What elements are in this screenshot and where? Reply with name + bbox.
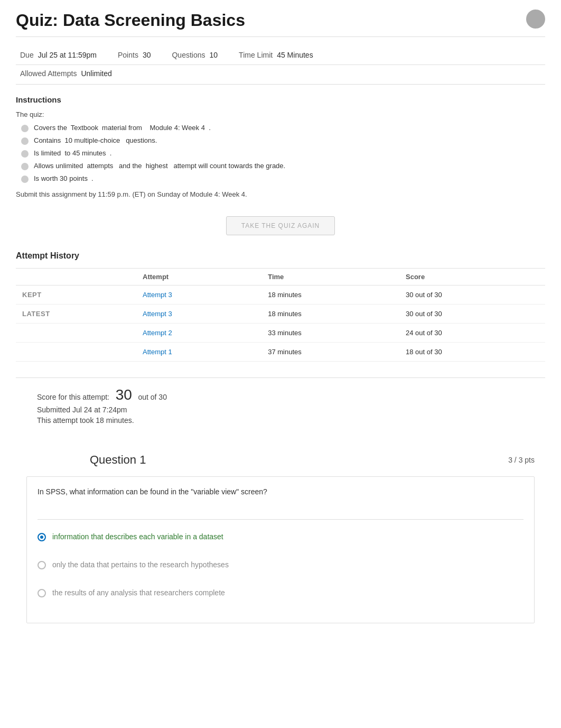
user-avatar (526, 10, 545, 29)
allowed-attempts-label: Allowed Attempts (20, 69, 77, 78)
list-item: Allows unlimited attempts and the highes… (21, 162, 545, 170)
time-limit-info: Time Limit 45 Minutes (239, 51, 313, 59)
question-body: In SPSS, what information can be found i… (26, 476, 535, 623)
row-attempt[interactable]: Attempt 1 (136, 343, 261, 362)
attempt-table: Attempt Time Score KEPTAttempt 318 minut… (16, 268, 545, 362)
table-header-row: Attempt Time Score (16, 269, 545, 285)
question-title: Question 1 (90, 453, 146, 467)
row-attempt[interactable]: Attempt 3 (136, 305, 261, 324)
answer-text-muted: only the data that pertains to the resea… (52, 560, 229, 569)
answer-text-correct: information that describes each variable… (52, 532, 223, 541)
row-label (16, 343, 136, 362)
points-label: Points (118, 51, 138, 59)
due-info: Due Jul 25 at 11:59pm (20, 51, 97, 59)
list-item: Covers the Textbook material from Module… (21, 124, 545, 132)
points-value: 30 (143, 51, 151, 59)
attempt-history-title: Attempt History (16, 251, 545, 261)
attempt-history-section: Attempt History Attempt Time Score KEPTA… (16, 251, 545, 362)
question-header: Question 1 3 / 3 pts (16, 448, 545, 472)
bullet-icon (21, 150, 29, 158)
list-item: Is limited to 45 minutes . (21, 149, 545, 158)
bullet-text: Contains 10 multiple-choice questions. (34, 136, 157, 144)
row-time: 18 minutes (261, 305, 399, 324)
col-header-attempt: Attempt (136, 269, 261, 285)
bullet-text: Is limited to 45 minutes . (34, 149, 111, 157)
questions-label: Questions (172, 51, 205, 59)
take-quiz-btn-wrap: TAKE THE QUIZ AGAIN (16, 216, 545, 235)
instructions-section: Instructions The quiz: Covers the Textbo… (16, 85, 545, 216)
duration-line: This attempt took 18 minutes. (37, 416, 535, 425)
time-limit-label: Time Limit (239, 51, 273, 59)
due-value: Jul 25 at 11:59pm (38, 51, 97, 59)
allowed-attempts-value: Unlimited (81, 69, 111, 78)
radio-selected (38, 533, 46, 541)
row-score: 30 out of 30 (399, 305, 545, 324)
answer-option-3: the results of any analysis that researc… (38, 584, 523, 602)
list-item: Is worth 30 points . (21, 174, 545, 183)
submit-note: Submit this assignment by 11:59 p.m. (ET… (16, 190, 545, 198)
row-score: 30 out of 30 (399, 285, 545, 305)
bullet-icon (21, 137, 29, 145)
question-text: In SPSS, what information can be found i… (38, 487, 523, 504)
meta-row-1: Due Jul 25 at 11:59pm Points 30 Question… (16, 45, 545, 65)
table-row: KEPTAttempt 318 minutes30 out of 30 (16, 285, 545, 305)
row-time: 33 minutes (261, 324, 399, 343)
row-label: LATEST (16, 305, 136, 324)
radio-unselected (38, 589, 46, 597)
radio-unselected (38, 561, 46, 569)
row-score: 18 out of 30 (399, 343, 545, 362)
col-header-time: Time (261, 269, 399, 285)
row-time: 37 minutes (261, 343, 399, 362)
list-item: Contains 10 multiple-choice questions. (21, 136, 545, 145)
row-time: 18 minutes (261, 285, 399, 305)
col-header-score: Score (399, 269, 545, 285)
answer-option-2: only the data that pertains to the resea… (38, 556, 523, 574)
score-number: 30 (116, 386, 132, 403)
bullet-icon (21, 176, 29, 183)
take-quiz-button[interactable]: TAKE THE QUIZ AGAIN (226, 216, 335, 235)
row-attempt[interactable]: Attempt 2 (136, 324, 261, 343)
table-row: Attempt 233 minutes24 out of 30 (16, 324, 545, 343)
questions-info: Questions 10 (172, 51, 218, 59)
score-line: Score for this attempt: 30 out of 30 (37, 386, 535, 403)
row-score: 24 out of 30 (399, 324, 545, 343)
table-row: Attempt 137 minutes18 out of 30 (16, 343, 545, 362)
submitted-line: Submitted Jul 24 at 7:24pm (37, 406, 535, 414)
instructions-title: Instructions (16, 95, 545, 104)
question-pts: 3 / 3 pts (508, 456, 535, 464)
row-attempt[interactable]: Attempt 3 (136, 285, 261, 305)
time-limit-value: 45 Minutes (277, 51, 313, 59)
bullet-text: Is worth 30 points . (34, 174, 94, 182)
score-suffix: out of 30 (138, 393, 167, 401)
question-block: Question 1 3 / 3 pts In SPSS, what infor… (16, 448, 545, 623)
meta-row-2: Allowed Attempts Unlimited (16, 65, 545, 85)
bullet-text: Covers the Textbook material from Module… (34, 124, 211, 132)
score-section: Score for this attempt: 30 out of 30 Sub… (16, 377, 545, 437)
score-label: Score for this attempt: (37, 393, 109, 401)
col-header-label (16, 269, 136, 285)
quiz-title: Quiz: Data Screening Basics (16, 11, 545, 37)
due-label: Due (20, 51, 34, 59)
row-label: KEPT (16, 285, 136, 305)
bullet-icon (21, 125, 29, 132)
bullet-list: Covers the Textbook material from Module… (16, 124, 545, 183)
quiz-intro: The quiz: (16, 110, 545, 118)
questions-value: 10 (210, 51, 218, 59)
bullet-icon (21, 163, 29, 170)
table-row: LATESTAttempt 318 minutes30 out of 30 (16, 305, 545, 324)
row-label (16, 324, 136, 343)
answer-option-1: information that describes each variable… (38, 528, 523, 546)
points-info: Points 30 (118, 51, 151, 59)
divider (38, 519, 523, 520)
answer-text-muted: the results of any analysis that researc… (52, 588, 225, 597)
bullet-text: Allows unlimited attempts and the highes… (34, 162, 285, 170)
